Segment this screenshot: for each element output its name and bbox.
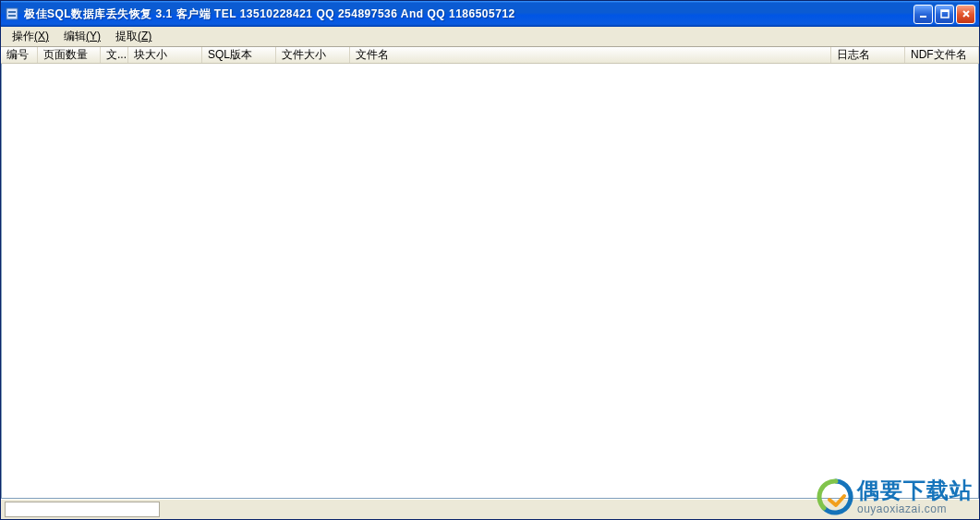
col-page-count[interactable]: 页面数量 [38,47,101,63]
col-file-name[interactable]: 文件名 [350,47,831,63]
menu-edit[interactable]: 编辑(Y) [56,27,108,46]
close-button[interactable] [956,5,975,24]
maximize-button[interactable] [935,5,954,24]
col-id[interactable]: 编号 [1,47,38,63]
status-panel [5,502,160,517]
titlebar[interactable]: 极佳SQL数据库丢失恢复 3.1 客户端 TEL 13510228421 QQ … [1,1,979,27]
table-body[interactable] [1,64,979,499]
statusbar [1,499,979,519]
app-icon [5,6,19,21]
window-controls [913,5,975,24]
col-log-name[interactable]: 日志名 [831,47,905,63]
menu-extract[interactable]: 提取(Z) [108,27,159,46]
svg-rect-3 [920,16,926,18]
svg-rect-1 [8,11,16,13]
col-file-size[interactable]: 文件大小 [276,47,350,63]
col-file-trunc[interactable]: 文... [101,47,128,63]
main-window: 极佳SQL数据库丢失恢复 3.1 客户端 TEL 13510228421 QQ … [0,0,980,520]
menubar: 操作(X) 编辑(Y) 提取(Z) [1,27,979,47]
svg-rect-0 [6,8,18,19]
window-title: 极佳SQL数据库丢失恢复 3.1 客户端 TEL 13510228421 QQ … [24,6,913,22]
menu-operate[interactable]: 操作(X) [5,27,56,46]
col-sql-version[interactable]: SQL版本 [202,47,276,63]
minimize-button[interactable] [913,5,933,24]
col-block-size[interactable]: 块大小 [128,47,202,63]
svg-rect-5 [941,10,949,12]
table-header: 编号 页面数量 文... 块大小 SQL版本 文件大小 文件名 日志名 NDF文… [1,47,979,64]
col-ndf-file-name[interactable]: NDF文件名 [905,47,979,63]
svg-rect-2 [8,15,16,17]
